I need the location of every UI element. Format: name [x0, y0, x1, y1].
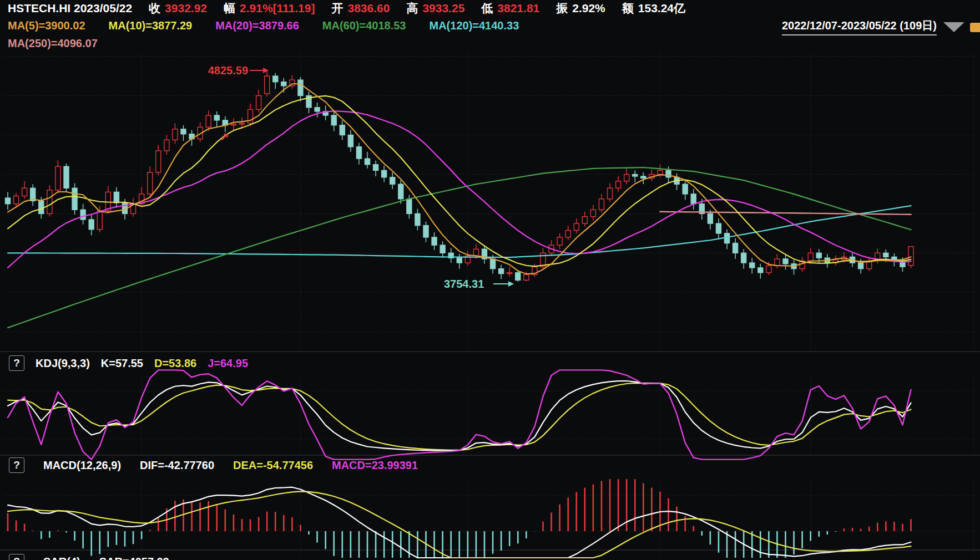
macd-value: MACD=23.99391 [332, 459, 418, 472]
amplitude-value: 2.92% [572, 2, 605, 15]
kdj-j-value: J=64.95 [208, 357, 248, 370]
macd-layer [8, 479, 911, 558]
ma250-legend: MA(250)=4096.07 [8, 37, 98, 50]
date-range-label[interactable]: 2022/12/07-2023/05/22 (109日) [782, 18, 937, 35]
low-value: 3821.81 [497, 2, 539, 15]
kdj-k-value: K=57.55 [101, 357, 143, 370]
quote-field-open: 开 3836.60 [331, 1, 390, 16]
ma-layer [8, 84, 911, 328]
grid-layer [4, 53, 976, 558]
ma60-legend: MA(60)=4018.53 [322, 19, 406, 32]
ma20-legend: MA(20)=3879.66 [215, 19, 299, 32]
quote-field-close: 收 3932.92 [149, 1, 207, 16]
high-value: 3933.25 [422, 2, 464, 15]
quote-field-amplitude: 振 2.92% [556, 1, 605, 16]
sar-value: SAR=4057.99 [99, 556, 169, 560]
ma-legend-row: MA(5)=3900.02 MA(10)=3877.29 MA(20)=3879… [0, 17, 519, 34]
period-chip[interactable] [970, 23, 980, 32]
annotation-high: 4825.59 [208, 64, 248, 77]
price-chart-canvas[interactable]: 4825.593754.31↗ [0, 0, 980, 560]
kdj-indicator-name: KDJ(9,3,3) [36, 357, 90, 370]
sar-indicator-name: SAR(4) [43, 556, 80, 560]
date-range-selector[interactable]: 2022/12/07-2023/05/22 (109日) [782, 18, 964, 35]
quote-field-change: 幅 2.91%[111.19] [224, 1, 315, 16]
chevron-down-icon[interactable] [943, 22, 964, 32]
quote-field-turnover: 额 153.24亿 [622, 1, 685, 16]
annotation-marker: ↗ [220, 130, 229, 142]
symbol-and-date: HSTECH.HI 2023/05/22 [8, 2, 132, 15]
quote-header: HSTECH.HI 2023/05/22 收 3932.92 幅 2.91%[1… [0, 0, 685, 17]
ma120-legend: MA(120)=4140.33 [430, 19, 519, 32]
ma250-legend-row: MA(250)=4096.07 [0, 35, 98, 52]
turnover-value: 153.24亿 [638, 1, 685, 16]
sar-help-button[interactable]: ? [9, 554, 24, 560]
quote-field-high: 高 3933.25 [406, 1, 464, 16]
macd-dif-value: DIF=-42.77760 [140, 459, 214, 472]
kdj-layer [8, 370, 911, 459]
macd-dea-value: DEA=-54.77456 [233, 459, 313, 472]
ma10-legend: MA(10)=3877.29 [109, 19, 193, 32]
quote-field-low: 低 3821.81 [481, 1, 539, 16]
stock-chart-app: { "colors":{ "bg":"#0a0b0d","white":"#ff… [0, 0, 980, 560]
macd-indicator-name: MACD(12,26,9) [43, 459, 121, 472]
open-value: 3836.60 [347, 2, 390, 15]
kdj-help-button[interactable]: ? [9, 355, 24, 371]
macd-help-button[interactable]: ? [9, 457, 24, 473]
close-value: 3932.92 [165, 2, 207, 15]
annotation-low: 3754.31 [444, 278, 484, 290]
kdj-d-value: D=53.86 [154, 357, 196, 370]
sar-panel-header: ? SAR(4) SAR=4057.99 [0, 552, 169, 560]
kdj-panel-header: ? KDJ(9,3,3) K=57.55 D=53.86 J=64.95 [0, 354, 248, 373]
macd-panel-header: ? MACD(12,26,9) DIF=-42.77760 DEA=-54.77… [0, 456, 418, 475]
change-value: 2.91%[111.19] [240, 2, 315, 15]
ma5-legend: MA(5)=3900.02 [8, 19, 85, 32]
